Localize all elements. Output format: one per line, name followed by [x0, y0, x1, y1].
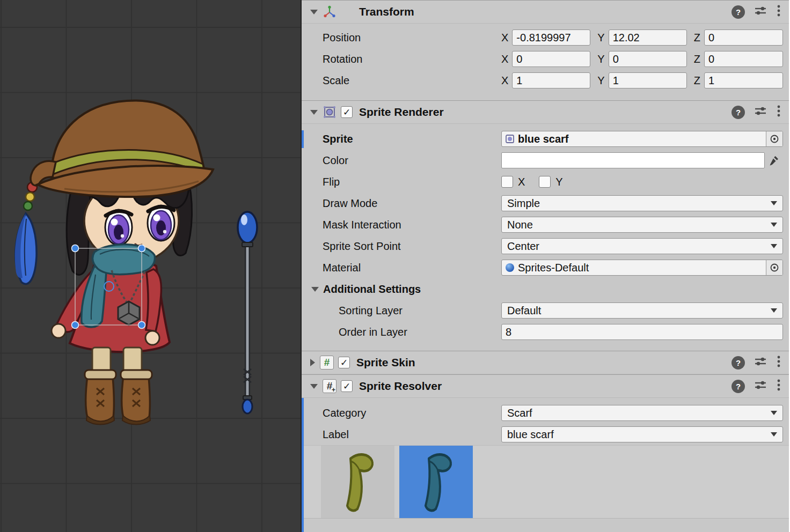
selection-handle[interactable]: [72, 245, 79, 252]
blue-scarf-image: [409, 449, 463, 515]
component-enabled-checkbox[interactable]: ✓: [338, 357, 350, 368]
sprite-renderer-header[interactable]: ✓ Sprite Renderer ?: [302, 100, 789, 124]
scene-canvas[interactable]: [0, 0, 302, 532]
scale-row: Scale X Y Z: [302, 70, 789, 91]
sprite-row: Sprite blue scarf: [302, 128, 789, 150]
help-icon[interactable]: ?: [732, 356, 745, 370]
rotation-z-input[interactable]: [704, 51, 783, 67]
scale-x-input[interactable]: [512, 72, 590, 88]
scale-y-input[interactable]: [609, 72, 687, 88]
component-enabled-checkbox[interactable]: ✓: [341, 380, 353, 392]
color-field[interactable]: [501, 152, 765, 168]
axis-z-label: Z: [694, 53, 700, 65]
position-row: Position X Y Z: [302, 27, 789, 48]
axis-x-label: X: [501, 32, 508, 44]
sprite-variant-green-scarf[interactable]: [321, 446, 394, 518]
scale-label: Scale: [323, 75, 501, 87]
mask-interaction-dropdown[interactable]: None: [501, 217, 783, 233]
rotation-row: Rotation X Y Z: [302, 48, 789, 70]
green-scarf-image: [331, 449, 385, 515]
object-picker-icon[interactable]: [766, 131, 782, 146]
component-enabled-checkbox[interactable]: ✓: [341, 106, 353, 118]
selection-handle[interactable]: [138, 245, 145, 252]
order-in-layer-input[interactable]: [501, 324, 783, 340]
sprite-sort-point-label: Sprite Sort Point: [323, 240, 501, 253]
component-title: Sprite Renderer: [359, 106, 444, 119]
position-label: Position: [323, 32, 501, 44]
sprite-variant-blue-scarf-selected[interactable]: [399, 446, 473, 518]
rotation-x-input[interactable]: [512, 51, 590, 67]
draw-mode-dropdown[interactable]: Simple: [501, 195, 783, 211]
foldout-open-icon[interactable]: [310, 384, 318, 389]
flip-x-label: X: [518, 176, 525, 188]
sprite-renderer-icon: [323, 105, 337, 119]
color-label: Color: [323, 154, 501, 167]
kebab-menu-icon[interactable]: [776, 354, 781, 371]
help-icon[interactable]: ?: [732, 5, 745, 19]
object-picker-icon[interactable]: [766, 260, 782, 275]
material-object-field[interactable]: Sprites-Default: [501, 260, 783, 276]
rotation-y-input[interactable]: [609, 51, 687, 67]
category-dropdown[interactable]: Scarf: [501, 405, 783, 421]
position-x-input[interactable]: [512, 29, 590, 46]
flip-row: Flip X Y: [302, 171, 789, 193]
flip-x-checkbox[interactable]: [501, 176, 513, 188]
transform-icon: [323, 5, 337, 19]
label-value: blue scarf: [507, 428, 554, 441]
sprite-object-field[interactable]: blue scarf: [501, 131, 783, 147]
axis-y-label: Y: [597, 53, 604, 65]
sprite-resolver-icon: #+: [323, 379, 337, 393]
selection-handle[interactable]: [72, 322, 79, 329]
component-title: Sprite Resolver: [359, 380, 442, 393]
transform-rows: Position X Y Z Rotation X Y Z Scale X: [302, 24, 789, 91]
presets-icon[interactable]: [754, 378, 767, 394]
sorting-layer-label: Sorting Layer: [339, 305, 501, 317]
scene-view[interactable]: [0, 0, 302, 532]
presets-icon[interactable]: [754, 104, 767, 120]
additional-settings-foldout[interactable]: Additional Settings: [302, 278, 789, 300]
kebab-menu-icon[interactable]: [776, 104, 781, 120]
presets-icon[interactable]: [754, 4, 767, 20]
mask-interaction-label: Mask Interaction: [323, 219, 501, 231]
help-icon[interactable]: ?: [732, 380, 745, 393]
foldout-closed-icon[interactable]: [310, 359, 315, 366]
sprite-sort-point-row: Sprite Sort Point Center: [302, 235, 789, 257]
chevron-down-icon: [771, 411, 777, 415]
selection-handle[interactable]: [138, 322, 145, 329]
material-object-name: Sprites-Default: [518, 262, 766, 274]
eyedropper-icon[interactable]: [765, 154, 783, 166]
sorting-layer-dropdown[interactable]: Default: [501, 302, 783, 319]
component-title: Sprite Skin: [356, 356, 415, 369]
help-icon[interactable]: ?: [732, 106, 745, 119]
sprite-label: Sprite: [323, 133, 501, 145]
foldout-open-icon[interactable]: [311, 287, 319, 292]
axis-z-label: Z: [694, 32, 700, 44]
staff-sprite[interactable]: [238, 212, 257, 413]
position-z-input[interactable]: [704, 29, 783, 46]
sprite-renderer-rows: Sprite blue scarf Color: [302, 124, 789, 343]
flip-label: Flip: [323, 176, 501, 188]
scale-z-input[interactable]: [704, 72, 783, 88]
flip-y-checkbox[interactable]: [539, 176, 551, 188]
transform-header[interactable]: Transform ?: [302, 0, 789, 24]
sprite-sort-point-value: Center: [507, 240, 539, 253]
override-indicator-sprite: [302, 130, 304, 148]
material-row: Material Sprites-Default: [302, 257, 789, 278]
character-sprite[interactable]: [15, 100, 213, 424]
presets-icon[interactable]: [754, 354, 767, 371]
sorting-layer-row: Sorting Layer Default: [302, 300, 789, 321]
kebab-menu-icon[interactable]: [776, 4, 781, 20]
position-y-input[interactable]: [609, 29, 687, 46]
label-label: Label: [323, 428, 501, 441]
sprite-skin-header[interactable]: # ✓ Sprite Skin ?: [302, 351, 789, 374]
sprite-sort-point-dropdown[interactable]: Center: [501, 238, 783, 254]
sprite-resolver-rows: Category Scarf Label blue scarf: [302, 398, 789, 445]
kebab-menu-icon[interactable]: [776, 378, 781, 394]
sprite-resolver-header[interactable]: #+ ✓ Sprite Resolver ?: [302, 374, 789, 398]
inspector-panel: Transform ? Position X Y Z: [302, 0, 789, 532]
sorting-layer-value: Default: [507, 305, 541, 317]
label-dropdown[interactable]: blue scarf: [501, 426, 783, 442]
foldout-open-icon[interactable]: [310, 10, 318, 14]
category-row: Category Scarf: [302, 402, 789, 424]
foldout-open-icon[interactable]: [310, 110, 318, 115]
